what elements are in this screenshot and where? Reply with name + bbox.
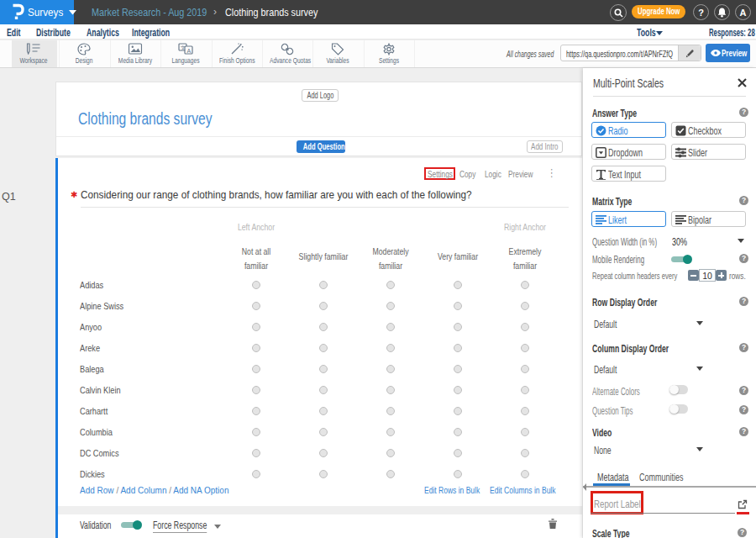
svg-text:文: 文 [181, 45, 186, 50]
svg-text:A: A [187, 48, 192, 54]
